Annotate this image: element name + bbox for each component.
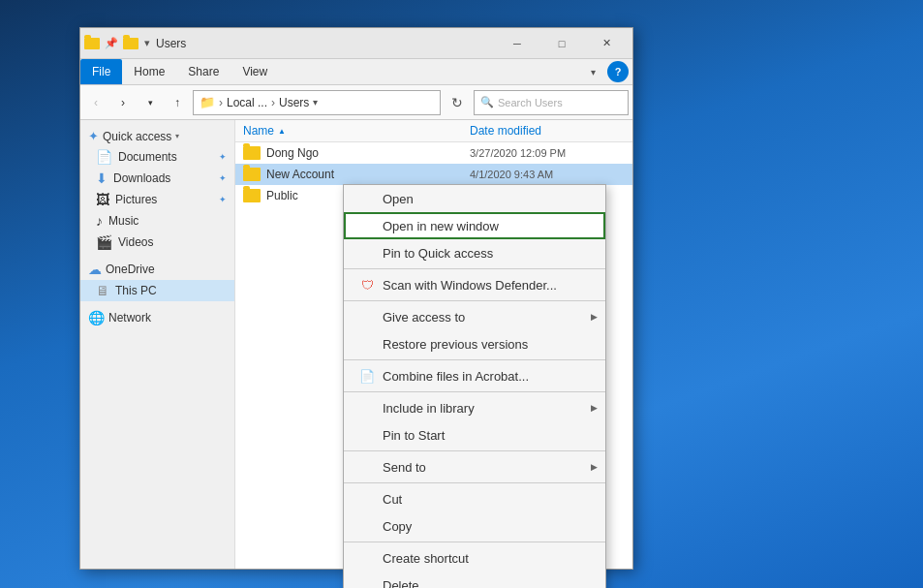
folder-icon-public	[243, 189, 261, 202]
onedrive-label: OneDrive	[106, 263, 155, 276]
ribbon-tabs: File Home Share View ▾ ?	[80, 59, 632, 84]
sidebar-section-onedrive[interactable]: ☁ OneDrive	[80, 257, 234, 280]
file-item-dong-ngo[interactable]: Dong Ngo 3/27/2020 12:09 PM	[235, 142, 632, 164]
this-pc-label: This PC	[115, 284, 157, 297]
context-menu-item-copy[interactable]: Copy	[344, 512, 605, 540]
sidebar-item-label: Music	[108, 214, 138, 228]
separator-6	[344, 482, 605, 483]
sidebar-section-quick-access[interactable]: ✦ Quick access ▾	[80, 124, 234, 146]
context-menu-item-pin-start[interactable]: Pin to Start	[344, 421, 605, 449]
ribbon: File Home Share View ▾ ?	[80, 59, 632, 85]
sidebar-item-videos[interactable]: 🎬 Videos	[80, 232, 234, 253]
sidebar-item-pictures[interactable]: 🖼 Pictures ✦	[80, 189, 234, 210]
tab-share[interactable]: Share	[176, 59, 231, 84]
sidebar-item-documents[interactable]: 📄 Documents ✦	[80, 146, 234, 168]
delete-icon	[359, 577, 375, 588]
context-menu-item-scan[interactable]: 🛡 Scan with Windows Defender...	[344, 271, 605, 298]
pin-quick-icon	[359, 245, 375, 261]
title-bar-icons: 📌 ▾	[84, 36, 150, 51]
cut-icon	[359, 491, 375, 507]
search-box[interactable]: 🔍 Search Users	[474, 90, 629, 115]
sidebar-item-label: Videos	[118, 235, 153, 249]
onedrive-icon: ☁	[88, 262, 102, 277]
separator-4	[344, 391, 605, 392]
this-pc-icon: 🖥	[96, 283, 109, 298]
ribbon-collapse-button[interactable]: ▾	[583, 59, 603, 84]
close-button[interactable]: ✕	[584, 28, 629, 59]
help-button[interactable]: ?	[607, 61, 629, 82]
sidebar-item-label: Downloads	[113, 171, 170, 185]
give-access-icon	[359, 309, 375, 325]
path-separator2: ›	[271, 96, 275, 109]
path-folder-icon: 📁	[200, 95, 215, 109]
column-name-header: Name ▲	[243, 124, 470, 138]
path-users: Users	[279, 96, 309, 109]
tab-file[interactable]: File	[80, 59, 122, 84]
folder-icon-new-account	[243, 168, 261, 181]
pin-icon-documents: ✦	[219, 152, 227, 162]
path-separator: ›	[219, 96, 223, 109]
title-folder2-icon	[123, 36, 138, 51]
context-menu-item-create-shortcut[interactable]: Create shortcut	[344, 544, 605, 572]
separator-1	[344, 268, 605, 269]
address-bar: ‹ › ▾ ↑ 📁 › Local ... › Users ▾ ↻ 🔍 Sear…	[80, 85, 632, 120]
context-menu-item-open[interactable]: Open	[344, 185, 605, 212]
context-menu-item-include-library[interactable]: Include in library	[344, 394, 605, 421]
sort-icon: ▲	[278, 127, 286, 136]
music-icon: ♪	[96, 213, 103, 229]
sidebar-item-label: Pictures	[115, 193, 157, 206]
context-menu: Open Open in new window Pin to Quick acc…	[343, 184, 606, 588]
window-controls: ─ □ ✕	[495, 28, 629, 59]
downloads-icon: ⬇	[96, 170, 108, 186]
recent-locations-button[interactable]: ▾	[138, 91, 162, 114]
documents-icon: 📄	[96, 149, 112, 165]
separator-5	[344, 450, 605, 451]
search-icon: 🔍	[480, 96, 494, 108]
context-menu-item-delete[interactable]: Delete	[344, 572, 605, 588]
copy-icon	[359, 518, 375, 534]
title-folder-icon	[84, 36, 100, 51]
file-item-new-account[interactable]: New Account 4/1/2020 9:43 AM	[235, 164, 632, 185]
context-menu-item-cut[interactable]: Cut	[344, 485, 605, 512]
file-date: 4/1/2020 9:43 AM	[470, 169, 625, 180]
folder-icon-dong-ngo	[243, 146, 261, 160]
refresh-button[interactable]: ↻	[445, 90, 470, 115]
tab-view[interactable]: View	[231, 59, 279, 84]
title-pin-icon: 📌	[104, 36, 119, 51]
file-date: 3/27/2020 12:09 PM	[470, 147, 625, 159]
address-path[interactable]: 📁 › Local ... › Users ▾	[193, 90, 441, 115]
path-dropdown-icon: ▾	[313, 97, 318, 108]
back-button[interactable]: ‹	[84, 91, 108, 114]
maximize-button[interactable]: □	[539, 28, 584, 59]
path-local: Local ...	[227, 96, 267, 109]
file-name: Dong Ngo	[266, 146, 464, 160]
title-bar: 📌 ▾ Users ─ □ ✕	[80, 28, 632, 59]
context-menu-item-open-new[interactable]: Open in new window	[344, 212, 605, 239]
separator-2	[344, 300, 605, 301]
minimize-button[interactable]: ─	[495, 28, 539, 59]
open-new-icon	[359, 218, 375, 233]
context-menu-item-give-access[interactable]: Give access to	[344, 303, 605, 330]
column-date-header: Date modified	[470, 124, 625, 138]
forward-button[interactable]: ›	[111, 91, 135, 114]
chevron-up-icon: ▾	[591, 67, 596, 77]
context-menu-item-acrobat[interactable]: 📄 Combine files in Acrobat...	[344, 362, 605, 389]
include-library-icon	[359, 400, 375, 416]
sidebar-item-label: Documents	[118, 150, 177, 164]
context-menu-item-send-to[interactable]: Send to	[344, 453, 605, 480]
context-menu-item-pin-quick[interactable]: Pin to Quick access	[344, 239, 605, 266]
quick-access-label: Quick access	[103, 130, 171, 143]
sidebar-item-this-pc[interactable]: 🖥 This PC	[80, 280, 234, 301]
up-button[interactable]: ↑	[166, 91, 189, 114]
sidebar: ✦ Quick access ▾ 📄 Documents ✦ ⬇ Downloa…	[80, 120, 235, 569]
sidebar-item-downloads[interactable]: ⬇ Downloads ✦	[80, 168, 234, 189]
tab-home[interactable]: Home	[122, 59, 176, 84]
separator-3	[344, 359, 605, 360]
sidebar-section-network[interactable]: 🌐 Network	[80, 305, 234, 328]
search-placeholder: Search Users	[498, 97, 563, 108]
window-title: Users	[156, 37, 495, 50]
context-menu-item-restore[interactable]: Restore previous versions	[344, 330, 605, 357]
pin-icon-downloads: ✦	[219, 173, 227, 183]
quick-access-icon: ✦	[88, 129, 99, 143]
sidebar-item-music[interactable]: ♪ Music	[80, 210, 234, 232]
